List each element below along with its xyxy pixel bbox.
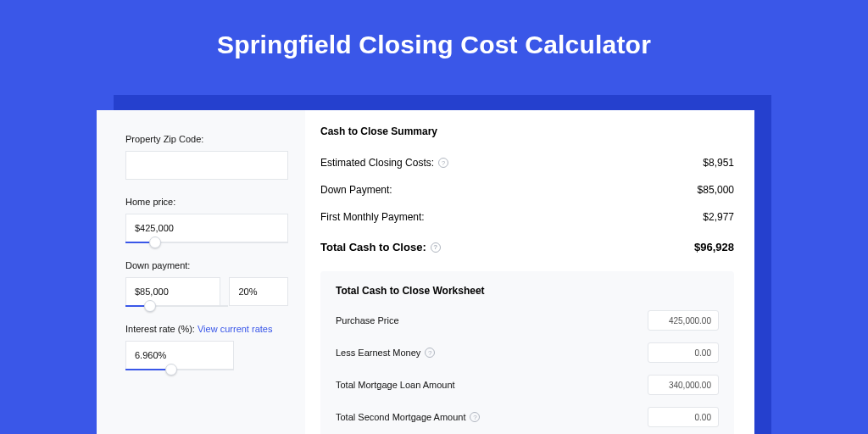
home-price-group: Home price: [125,197,288,243]
worksheet-row-label: Purchase Price [336,315,399,326]
down-payment-slider[interactable] [125,305,228,307]
summary-row: Down Payment: $85,000 [320,176,734,203]
zip-input[interactable] [125,151,288,180]
view-rates-link[interactable]: View current rates [198,324,272,334]
worksheet: Total Cash to Close Worksheet Purchase P… [320,271,734,434]
rate-label: Interest rate (%): [125,324,195,334]
help-icon[interactable]: ? [438,158,448,168]
worksheet-row-value[interactable]: 0.00 [648,342,719,363]
summary-total-label: Total Cash to Close: [320,241,426,253]
summary-row-label: Estimated Closing Costs: [320,157,434,169]
summary-total-value: $96,928 [694,241,734,253]
inputs-column: Property Zip Code: Home price: Down paym… [97,110,305,434]
zip-group: Property Zip Code: [125,134,288,180]
help-icon[interactable]: ? [431,242,441,253]
rate-group: Interest rate (%): View current rates [125,324,288,370]
rate-input[interactable] [125,341,234,370]
worksheet-row-value[interactable]: 0.00 [648,407,719,427]
worksheet-row: Total Mortgage Loan Amount 340,000.00 [336,375,719,395]
rate-slider-fill [125,369,171,370]
down-payment-label: Down payment: [125,260,288,270]
summary-row-label: Down Payment: [320,184,392,196]
down-payment-slider-thumb[interactable] [144,300,156,312]
summary-title: Cash to Close Summary [320,125,734,137]
down-payment-pct-input[interactable] [229,277,288,306]
home-price-slider[interactable] [125,242,288,243]
results-column: Cash to Close Summary Estimated Closing … [305,110,754,434]
worksheet-row: Total Second Mortgage Amount ? 0.00 [336,407,719,427]
calculator-panel: Property Zip Code: Home price: Down paym… [97,110,754,434]
worksheet-row-value[interactable]: 340,000.00 [648,375,719,395]
worksheet-row-label: Less Earnest Money [336,348,420,358]
zip-label: Property Zip Code: [125,134,288,144]
rate-slider[interactable] [125,369,234,370]
page-title: Springfield Closing Cost Calculator [0,0,868,75]
worksheet-row: Purchase Price 425,000.00 [336,310,719,331]
home-price-slider-thumb[interactable] [149,236,161,248]
worksheet-row: Less Earnest Money ? 0.00 [336,342,719,363]
summary-row-value: $2,977 [703,211,734,223]
help-icon[interactable]: ? [470,412,480,422]
worksheet-row-label: Total Mortgage Loan Amount [336,380,455,390]
home-price-label: Home price: [125,197,288,207]
help-icon[interactable]: ? [425,348,435,358]
down-payment-group: Down payment: [125,260,288,307]
worksheet-row-value[interactable]: 425,000.00 [648,310,719,331]
summary-row-value: $8,951 [703,157,734,169]
worksheet-title: Total Cash to Close Worksheet [336,285,719,297]
summary-row-value: $85,000 [698,184,734,196]
rate-label-row: Interest rate (%): View current rates [125,324,288,334]
summary-row: Estimated Closing Costs: ? $8,951 [320,149,734,176]
summary-row: First Monthly Payment: $2,977 [320,203,734,231]
summary-row-label: First Monthly Payment: [320,211,425,223]
worksheet-row-label: Total Second Mortgage Amount [336,412,465,422]
summary-total-row: Total Cash to Close: ? $96,928 [320,231,734,261]
rate-slider-thumb[interactable] [165,364,177,376]
down-payment-input[interactable] [125,277,220,306]
